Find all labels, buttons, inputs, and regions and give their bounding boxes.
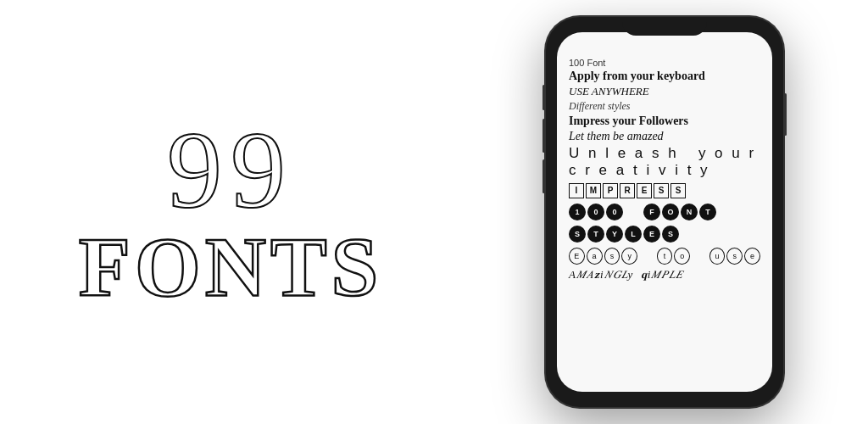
- number-99: 99: [167, 114, 294, 225]
- co-e2: e: [744, 248, 760, 265]
- line-easy-outline: E a s y t o u s e: [569, 248, 760, 265]
- line-100font: 100 Font: [569, 58, 760, 68]
- line-impress: Impress your Followers: [569, 114, 760, 128]
- line-styles-filled: S T Y L E S: [569, 226, 760, 243]
- cf-e2: E: [643, 226, 660, 243]
- co-y: y: [621, 248, 637, 265]
- phone-volume-down: [542, 159, 545, 193]
- line-unleash: U n l e a s h y o u rc r e a t i v i t y: [569, 145, 760, 180]
- phone-volume-up: [542, 119, 545, 153]
- phone-notch: [622, 17, 707, 36]
- co-t: t: [657, 248, 673, 265]
- left-section: 99 FONTS: [0, 81, 461, 343]
- line-amazingly: A𝑀𝐴𝐳i𝑁𝐺𝐿y 𝐪i𝑀𝑃𝐿𝐸: [569, 268, 760, 282]
- cf-n: N: [681, 204, 698, 220]
- cf-s2: S: [662, 226, 679, 243]
- cf-t: T: [699, 204, 716, 220]
- co-s2: s: [726, 248, 743, 265]
- cf-space: [625, 204, 642, 220]
- cf-y: Y: [606, 226, 623, 243]
- boxed-i: I: [569, 183, 584, 198]
- boxed-r: R: [620, 183, 635, 198]
- co-sp: [639, 248, 655, 265]
- cf-s1: S: [569, 226, 586, 243]
- co-sp2: [692, 248, 708, 265]
- line-different-styles: Different styles: [569, 100, 760, 113]
- phone-screen: 100 Font Apply from your keyboard USE AN…: [557, 32, 772, 392]
- boxed-s1: S: [654, 183, 669, 198]
- co-e: E: [569, 248, 585, 265]
- line-apply: Apply from your keyboard: [569, 70, 760, 83]
- co-o: o: [674, 248, 690, 265]
- cf-0b: 0: [606, 204, 623, 220]
- boxed-p: P: [603, 183, 618, 198]
- cf-f: F: [643, 204, 660, 220]
- fonts-text: FONTS: [79, 225, 382, 310]
- co-s: s: [604, 248, 620, 265]
- cf-0: 0: [587, 204, 604, 220]
- co-a: a: [587, 248, 603, 265]
- cf-o: O: [662, 204, 679, 220]
- boxed-m: M: [586, 183, 601, 198]
- screen-content: 100 Font Apply from your keyboard USE AN…: [569, 58, 760, 282]
- boxed-s2: S: [670, 183, 686, 198]
- boxed-e: E: [637, 183, 652, 198]
- right-section: 100 Font Apply from your keyboard USE AN…: [461, 0, 868, 424]
- cf-1: 1: [569, 204, 586, 220]
- phone-mockup: 100 Font Apply from your keyboard USE AN…: [546, 17, 783, 407]
- line-use-anywhere: USE ANYWHERE: [569, 85, 760, 98]
- cf-l: L: [625, 226, 642, 243]
- cf-t2: T: [587, 226, 604, 243]
- co-u: u: [709, 248, 726, 265]
- line-100font-filled: 1 0 0 F O N T: [569, 204, 760, 220]
- phone-volume-silent: [542, 85, 545, 110]
- line-impress-boxed: I M P R E S S: [569, 183, 760, 198]
- phone-power-button: [784, 93, 787, 136]
- line-let-them: Let them be amazed: [569, 130, 760, 143]
